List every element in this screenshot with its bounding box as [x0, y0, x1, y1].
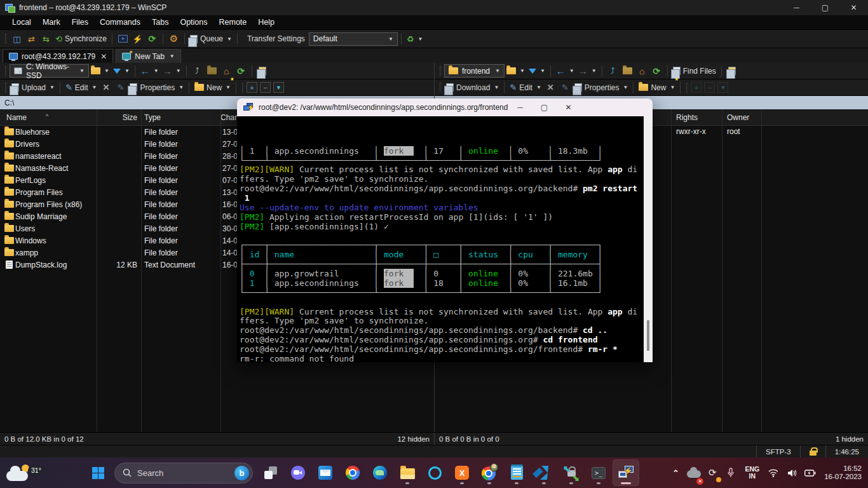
- local-root-dir-icon[interactable]: [205, 64, 219, 78]
- terminal-output[interactable]: │ 1 │ app.secondinnings │ fork │ 17 │ on…: [237, 116, 653, 362]
- remote-forward-icon[interactable]: →▼: [576, 64, 599, 78]
- remote-copy-icon[interactable]: [725, 64, 740, 78]
- local-new-button[interactable]: New▼: [193, 80, 233, 95]
- volume-icon[interactable]: [785, 463, 799, 482]
- remote-hidden-count[interactable]: 1 hidden: [836, 435, 864, 443]
- taskbar-notepad-icon[interactable]: [504, 460, 529, 485]
- running-indicator: [542, 482, 546, 484]
- remote-rename-icon[interactable]: ✎: [558, 80, 573, 95]
- local-delete-icon[interactable]: ✕: [98, 80, 113, 95]
- taskbar-vscode-icon[interactable]: [531, 460, 557, 485]
- local-edit-button[interactable]: ✎Edit▼: [64, 80, 99, 95]
- remote-root-dir-icon[interactable]: [620, 64, 635, 78]
- upload-button[interactable]: Upload▼: [10, 80, 57, 95]
- local-hidden-count[interactable]: 12 hidden: [397, 435, 430, 443]
- terminal-scrollbar-thumb[interactable]: [647, 320, 649, 351]
- synchronize-button[interactable]: ⟲ Synchronize: [53, 32, 109, 46]
- taskbar-edge-icon[interactable]: [367, 460, 393, 485]
- session-tab-active[interactable]: root@43.239.192.179 ✕: [3, 49, 113, 63]
- remote-parent-dir-icon[interactable]: ⤴: [606, 64, 620, 78]
- menu-item-remote[interactable]: Remote: [214, 15, 253, 29]
- taskbar-winscp-icon[interactable]: ⬉⬊: [559, 460, 584, 485]
- taskbar-chrome-profile-icon[interactable]: [477, 460, 502, 485]
- menu-item-tabs[interactable]: Tabs: [146, 15, 174, 29]
- tray-overflow-chevron-icon[interactable]: ⌃: [668, 463, 682, 482]
- onedrive-error-icon[interactable]: ✕: [687, 463, 701, 482]
- remote-delete-icon[interactable]: ✕: [543, 80, 558, 95]
- transfer-settings-combo[interactable]: Default ▼: [309, 32, 398, 46]
- local-properties-label: Properties: [140, 83, 175, 92]
- terminal-scrollbar[interactable]: [644, 116, 653, 362]
- start-button[interactable]: [85, 460, 111, 485]
- close-button[interactable]: ✕: [839, 0, 868, 15]
- taskbar-terminal-icon[interactable]: >_: [586, 460, 611, 485]
- terminal-minimize-button[interactable]: ─: [508, 98, 532, 116]
- taskbar-chrome-icon[interactable]: [340, 460, 365, 485]
- local-rename-icon[interactable]: ✎: [113, 80, 128, 95]
- transfer-options-icon[interactable]: ♻▼: [405, 32, 425, 46]
- tray-time: 16:52: [824, 464, 862, 473]
- remote-properties-button[interactable]: Properties▼: [573, 80, 630, 95]
- refresh-remote-icon[interactable]: ⟳: [145, 32, 159, 46]
- open-console-icon[interactable]: >: [116, 32, 130, 46]
- taskbar-mail-icon[interactable]: [313, 460, 338, 485]
- minimize-button[interactable]: ─: [782, 0, 811, 15]
- menu-item-mark[interactable]: Mark: [37, 15, 66, 29]
- taskbar-chat-icon[interactable]: [285, 460, 311, 485]
- menu-item-commands[interactable]: Commands: [94, 15, 146, 29]
- weather-widget[interactable]: 31°: [6, 464, 57, 481]
- remote-home-icon[interactable]: ⌂: [635, 64, 649, 78]
- local-properties-button[interactable]: Properties▼: [128, 80, 186, 95]
- sync-folders-icon[interactable]: ⇆: [39, 32, 53, 46]
- taskbar-search[interactable]: Search b: [114, 463, 253, 484]
- local-open-dir-icon[interactable]: ▼: [89, 64, 111, 78]
- terminal-maximize-button[interactable]: ▢: [532, 98, 556, 116]
- local-forward-icon[interactable]: →▼: [161, 64, 183, 78]
- battery-icon[interactable]: [803, 463, 817, 482]
- preferences-gear-icon[interactable]: ⚙: [166, 32, 181, 46]
- local-selection-filter-icon[interactable]: ▼: [273, 82, 284, 93]
- local-select-add-icon[interactable]: +: [247, 82, 257, 93]
- terminal-close-button[interactable]: ✕: [556, 98, 580, 116]
- terminal-titlebar[interactable]: ⚡ root@dev2: /var/www/html/secondinnings…: [237, 98, 653, 116]
- protocol-badge[interactable]: SFTP-3: [756, 445, 800, 458]
- remote-edit-button[interactable]: ✎Edit▼: [508, 80, 543, 95]
- remote-new-button[interactable]: New▼: [637, 80, 677, 95]
- menu-item-files[interactable]: Files: [66, 15, 94, 29]
- taskbar-task-view-icon[interactable]: [258, 460, 283, 485]
- remote-back-icon[interactable]: ←▼: [554, 64, 576, 78]
- console-command-icon[interactable]: ⚡: [130, 32, 145, 46]
- wifi-icon[interactable]: [766, 463, 780, 482]
- clock[interactable]: 16:52 16-07-2023: [824, 464, 862, 481]
- local-parent-dir-icon[interactable]: ⤴: [190, 64, 205, 78]
- panel-layout-icon[interactable]: ◫: [10, 32, 24, 46]
- taskbar-xampp-icon[interactable]: X: [449, 460, 475, 485]
- taskbar-alexa-icon[interactable]: [422, 460, 447, 485]
- taskbar-file-explorer-icon[interactable]: [395, 460, 420, 485]
- menu-item-options[interactable]: Options: [174, 15, 213, 29]
- remote-filter-icon[interactable]: ▼: [527, 64, 547, 78]
- menu-item-help[interactable]: Help: [252, 15, 280, 29]
- microphone-icon[interactable]: [724, 463, 738, 482]
- local-refresh-icon[interactable]: ⟳: [234, 64, 248, 78]
- local-back-icon[interactable]: ←▼: [139, 64, 161, 78]
- local-select-remove-icon[interactable]: −: [260, 82, 271, 93]
- tab-close-icon[interactable]: ✕: [100, 52, 107, 61]
- maximize-button[interactable]: ▢: [811, 0, 839, 15]
- local-filter-icon[interactable]: ▼: [111, 64, 132, 78]
- update-sync-icon[interactable]: ⟳: [705, 463, 719, 482]
- putty-terminal-window[interactable]: ⚡ root@dev2: /var/www/html/secondinnings…: [237, 98, 653, 362]
- local-drive-combo[interactable]: C: Windows-SSD ▼: [10, 64, 89, 78]
- taskbar-putty-icon[interactable]: ⚡: [613, 460, 639, 485]
- queue-button[interactable]: Queue ▼: [188, 32, 234, 46]
- remote-dir-combo[interactable]: frontend ▼: [444, 64, 505, 78]
- new-tab-button[interactable]: New Tab ▼: [116, 49, 180, 63]
- encryption-lock-icon[interactable]: [800, 445, 825, 458]
- sync-browsing-icon[interactable]: ⇄: [24, 32, 39, 46]
- download-button[interactable]: Download▼: [444, 80, 501, 95]
- local-copy-icon[interactable]: [255, 64, 270, 78]
- remote-refresh-icon[interactable]: ⟳: [649, 64, 664, 78]
- remote-open-dir-icon[interactable]: ▼: [505, 64, 527, 78]
- language-indicator[interactable]: ENGIN: [742, 466, 762, 480]
- menu-item-local[interactable]: Local: [6, 15, 37, 29]
